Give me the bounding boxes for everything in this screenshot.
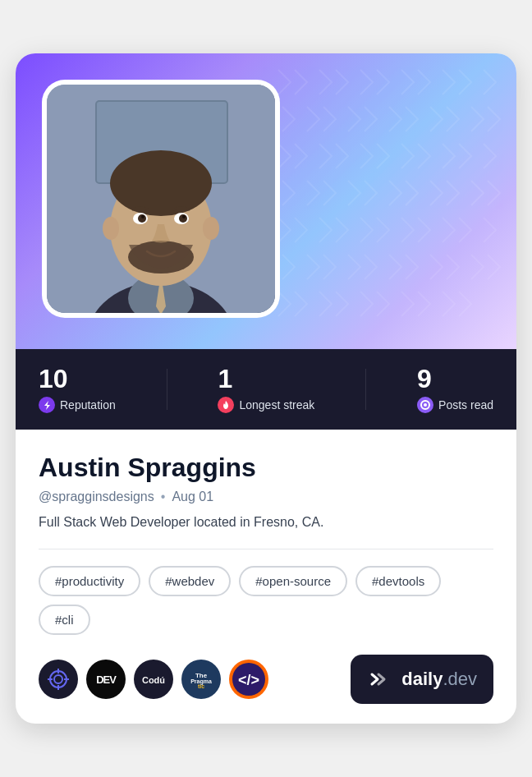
dot-separator: • [161, 490, 166, 504]
fire-icon [218, 397, 234, 413]
daily-logo-icon [367, 666, 393, 692]
tag-productivity[interactable]: #productivity [39, 566, 140, 596]
stat-streak: 1 Longest streak [218, 366, 314, 413]
stat-posts: 9 Posts read [417, 366, 493, 413]
tag-opensource[interactable]: #open-source [239, 566, 347, 596]
join-date: Aug 01 [172, 490, 213, 504]
stat-divider-2 [365, 369, 366, 410]
daily-dev-text: daily.dev [401, 669, 477, 690]
svg-point-20 [424, 403, 427, 407]
svg-marker-18 [44, 401, 50, 410]
source-icons: DEV Codú The Pragma tic [39, 660, 268, 699]
source-codu[interactable]: Codú [134, 660, 173, 699]
daily-suffix: .dev [443, 669, 477, 689]
source-hacker[interactable]: </> [229, 660, 268, 699]
tag-webdev[interactable]: #webdev [149, 566, 231, 596]
avatar [47, 85, 275, 313]
source-crosshair[interactable] [39, 660, 78, 699]
streak-value: 1 [218, 366, 314, 392]
avatar-wrapper [42, 80, 280, 318]
posts-value: 9 [417, 366, 493, 392]
svg-point-10 [103, 217, 119, 240]
profile-card: 10 Reputation 1 Longest streak [16, 53, 516, 724]
svg-text:tic: tic [198, 683, 204, 689]
source-dev[interactable]: DEV [86, 660, 126, 699]
reputation-text: Reputation [60, 398, 116, 411]
svg-text:DEV: DEV [96, 674, 117, 686]
reputation-value: 10 [39, 366, 116, 392]
svg-text:Codú: Codú [142, 675, 165, 685]
profile-section: Austin Spraggins @spragginsdesigns • Aug… [16, 430, 516, 724]
username: @spragginsdesigns [39, 490, 154, 504]
svg-point-17 [182, 215, 186, 218]
source-pragmatic[interactable]: The Pragma tic [181, 660, 221, 699]
section-divider [39, 549, 493, 549]
circle-icon [417, 397, 433, 413]
lightning-icon [39, 397, 55, 413]
profile-bio: Full Stack Web Developer located in Fres… [39, 513, 493, 532]
posts-text: Posts read [438, 398, 493, 411]
reputation-label: Reputation [39, 397, 116, 413]
tags-section: #productivity #webdev #open-source #devt… [39, 566, 493, 635]
profile-name: Austin Spraggins [39, 453, 493, 483]
stat-divider-1 [167, 369, 167, 410]
sources-row: DEV Codú The Pragma tic [39, 655, 493, 704]
tag-devtools[interactable]: #devtools [355, 566, 441, 596]
profile-meta: @spragginsdesigns • Aug 01 [39, 490, 493, 504]
svg-point-11 [203, 217, 219, 240]
svg-point-8 [110, 150, 212, 216]
svg-text:</>: </> [238, 672, 259, 688]
svg-point-22 [54, 675, 62, 683]
hero-section [16, 53, 516, 349]
posts-label: Posts read [417, 397, 493, 413]
tag-cli[interactable]: #cli [39, 605, 90, 635]
daily-label: daily [401, 669, 443, 689]
svg-point-16 [141, 215, 144, 218]
stats-bar: 10 Reputation 1 Longest streak [16, 349, 516, 430]
stat-reputation: 10 Reputation [39, 366, 116, 413]
streak-text: Longest streak [239, 398, 314, 411]
streak-label: Longest streak [218, 397, 314, 413]
daily-dev-badge[interactable]: daily.dev [351, 655, 493, 704]
